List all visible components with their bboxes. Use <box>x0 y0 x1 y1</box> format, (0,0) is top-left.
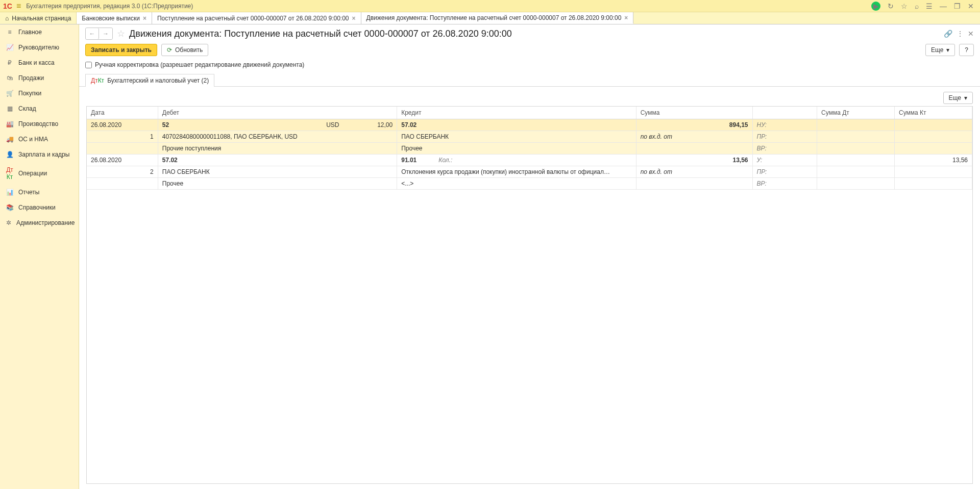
favorite-star-icon[interactable]: ☆ <box>117 28 125 39</box>
play-icon[interactable]: ▶ <box>871 2 880 11</box>
cell-sum: по вх.д. от <box>636 166 752 178</box>
sidebar-item-hr[interactable]: 👤Зарплата и кадры <box>0 147 79 162</box>
sidebar-item-purchases[interactable]: 🛒Покупки <box>0 86 79 101</box>
cart-icon: 🛒 <box>6 90 13 97</box>
cell-sum-dt <box>817 166 895 178</box>
truck-icon: 🚚 <box>6 136 13 143</box>
history-icon[interactable]: ↻ <box>888 2 894 10</box>
table-row[interactable]: 26.08.2020 52 USD 12,00 57.02 894,15 НУ: <box>87 119 972 131</box>
cell-debit: Прочее <box>158 178 397 190</box>
table-header-row: Дата Дебет Кредит Сумма Сумма Дт Сумма К… <box>87 107 972 119</box>
col-sum[interactable]: Сумма <box>636 107 752 119</box>
inner-tab-accounting[interactable]: ДтКт Бухгалтерский и налоговый учет (2) <box>85 74 214 87</box>
col-debit[interactable]: Дебет <box>158 107 397 119</box>
search-icon[interactable]: ⌕ <box>915 2 919 10</box>
cell-date: 26.08.2020 <box>87 155 158 166</box>
tab-close-icon[interactable]: × <box>624 14 628 21</box>
gear-icon: ✲ <box>6 219 11 226</box>
filter-icon[interactable]: ☰ <box>926 2 933 10</box>
nav-sidebar: ≡Главное 📈Руководителю ₽Банк и касса 🛍Пр… <box>0 24 79 489</box>
nav-back-button[interactable]: ← <box>86 28 99 39</box>
sidebar-item-main[interactable]: ≡Главное <box>0 24 79 40</box>
col-sum-kt[interactable]: Сумма Кт <box>895 107 972 119</box>
table-more-button[interactable]: Еще▾ <box>943 92 973 104</box>
sidebar-item-label: ОС и НМА <box>18 136 48 143</box>
more-vertical-icon[interactable]: ⋮ <box>957 30 964 38</box>
cell-credit: ПАО СБЕРБАНК <box>397 131 636 143</box>
sidebar-item-admin[interactable]: ✲Администрирование <box>0 215 79 230</box>
sidebar-item-reports[interactable]: 📊Отчеты <box>0 185 79 200</box>
tab-close-icon[interactable]: × <box>352 15 356 22</box>
close-icon[interactable]: ✕ <box>968 2 974 10</box>
bag-icon: 🛍 <box>6 74 13 82</box>
cell-sum-dt <box>817 143 895 155</box>
refresh-label: Обновить <box>175 46 203 54</box>
cell-sum: по вх.д. от <box>636 131 752 143</box>
tab-label: Банковские выписки <box>82 15 140 22</box>
more-button[interactable]: Еще▾ <box>925 44 955 56</box>
cell-sum-kt <box>895 131 972 143</box>
sidebar-item-operations[interactable]: ДтКтОперации <box>0 162 79 185</box>
table-row[interactable]: Прочее <...> ВР: <box>87 178 972 190</box>
cell-sum-dt <box>817 155 895 166</box>
sidebar-item-label: Склад <box>18 105 36 112</box>
nav-forward-button[interactable]: → <box>99 28 112 39</box>
sidebar-item-manager[interactable]: 📈Руководителю <box>0 40 79 55</box>
refresh-button[interactable]: ⟳Обновить <box>161 44 208 56</box>
cell-debit: 57.02 <box>158 155 397 166</box>
home-tab[interactable]: ⌂ Начальная страница <box>0 12 77 24</box>
help-button[interactable]: ? <box>959 44 974 56</box>
manual-edit-label: Ручная корректировка (разрешает редактир… <box>95 61 304 68</box>
table-more-label: Еще <box>949 94 961 101</box>
sidebar-item-bank[interactable]: ₽Банк и касса <box>0 55 79 70</box>
sidebar-item-production[interactable]: 🏭Производство <box>0 116 79 132</box>
cell-sum <box>636 143 752 155</box>
cell-sum-kt: 13,56 <box>895 155 972 166</box>
cell-sum-kt <box>895 178 972 190</box>
cell-sum: 13,56 <box>636 155 752 166</box>
sidebar-item-label: Банк и касса <box>18 59 55 66</box>
manual-edit-checkbox[interactable] <box>85 62 92 68</box>
col-credit[interactable]: Кредит <box>397 107 636 119</box>
chart-up-icon: 📈 <box>6 44 13 51</box>
dt-kt-icon: ДтКт <box>91 79 104 83</box>
save-close-button[interactable]: Записать и закрыть <box>85 44 157 56</box>
tab-label: Поступление на расчетный счет 0000-00000… <box>157 15 349 22</box>
star-icon[interactable]: ☆ <box>901 2 908 10</box>
link-icon[interactable]: 🔗 <box>944 30 952 38</box>
cell-debit: 40702840800000011088, ПАО СБЕРБАНК, USD <box>158 131 397 143</box>
entries-grid[interactable]: Дата Дебет Кредит Сумма Сумма Дт Сумма К… <box>86 106 973 484</box>
table-row[interactable]: 1 40702840800000011088, ПАО СБЕРБАНК, US… <box>87 131 972 143</box>
tab-close-icon[interactable]: × <box>143 15 146 22</box>
sidebar-item-sales[interactable]: 🛍Продажи <box>0 70 79 86</box>
table-row[interactable]: Прочие поступления Прочее ВР: <box>87 143 972 155</box>
chevron-down-icon: ▾ <box>964 94 967 101</box>
more-label: Еще <box>931 46 943 54</box>
home-icon: ⌂ <box>5 15 9 22</box>
cell-sum-kt <box>895 119 972 131</box>
tab-receipt[interactable]: Поступление на расчетный счет 0000-00000… <box>152 12 361 24</box>
sidebar-item-references[interactable]: 📚Справочники <box>0 200 79 215</box>
sidebar-item-warehouse[interactable]: ▦Склад <box>0 101 79 116</box>
document-content: ← → ☆ Движения документа: Поступление на… <box>79 24 980 489</box>
cell-reg: ВР: <box>752 178 817 190</box>
close-panel-icon[interactable]: ✕ <box>968 30 974 38</box>
hamburger-icon[interactable]: ≡ <box>16 2 21 11</box>
table-row[interactable]: 26.08.2020 57.02 91.01 Кол.: 13,56 <box>87 155 972 166</box>
app-title: Бухгалтерия предприятия, редакция 3.0 (1… <box>26 3 871 10</box>
cell-credit: Прочее <box>397 143 636 155</box>
table-row[interactable]: 2 ПАО СБЕРБАНК Отклонения курса продажи … <box>87 166 972 178</box>
cell-reg: У: <box>752 155 817 166</box>
restore-icon[interactable]: ❐ <box>954 2 961 10</box>
cell-debit: ПАО СБЕРБАНК <box>158 166 397 178</box>
tab-bank-statements[interactable]: Банковские выписки × <box>77 12 152 24</box>
tab-movements[interactable]: Движения документа: Поступление на расче… <box>361 12 634 24</box>
col-date[interactable]: Дата <box>87 107 158 119</box>
sidebar-item-assets[interactable]: 🚚ОС и НМА <box>0 132 79 147</box>
col-reg[interactable] <box>752 107 817 119</box>
home-tab-label: Начальная страница <box>12 15 71 22</box>
cell-credit: 91.01 Кол.: <box>397 155 636 166</box>
cell-date: 26.08.2020 <box>87 119 158 131</box>
minimize-icon[interactable]: — <box>940 2 947 10</box>
col-sum-dt[interactable]: Сумма Дт <box>817 107 895 119</box>
